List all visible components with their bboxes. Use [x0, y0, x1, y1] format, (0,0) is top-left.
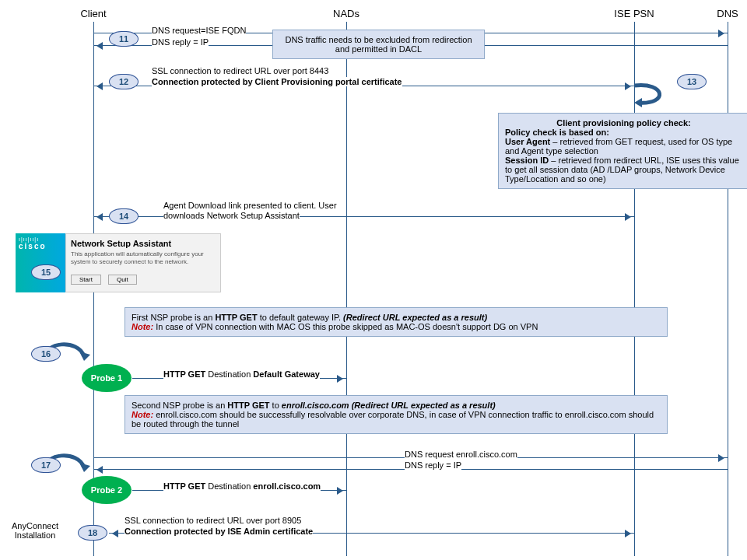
msg-dns-enroll-req: DNS request enroll.cisco.com: [405, 450, 517, 459]
probe-2: Probe 2: [82, 476, 132, 504]
nsa-desc: This application will automatically conf…: [71, 250, 216, 265]
msg-ssl-8905: SSL connection to redirect URL over port…: [124, 516, 301, 525]
msg-dns-request: DNS request=ISE FQDN: [152, 26, 246, 35]
msg-ssl-admin-cert: Connection protected by ISE Admin certif…: [124, 527, 313, 536]
note-probe2-l2: Note: enroll.cisco.com should be success…: [132, 410, 661, 429]
msg-dns-reply: DNS reply = IP: [152, 37, 209, 47]
svg-marker-0: [634, 98, 642, 107]
actor-client: Client: [70, 8, 117, 19]
lifeline-dns: [728, 22, 728, 556]
step-17-badge: 17: [31, 457, 61, 473]
note-policy-l2: User Agent – retrieved from GET request,…: [505, 137, 742, 156]
note-probe1-l1: First NSP probe is an HTTP GET to defaul…: [132, 313, 661, 322]
svg-marker-1: [79, 352, 90, 361]
step-16-badge: 16: [31, 346, 61, 362]
side-anyconnect: AnyConnect Installation: [8, 521, 62, 540]
probe-1: Probe 1: [82, 364, 132, 392]
msg-probe2: HTTP GET Destination enroll.cisco.com: [163, 481, 321, 491]
nsa-title: Network Setup Assistant: [71, 239, 216, 248]
cisco-text: cisco: [19, 242, 62, 250]
step-18-badge: 18: [78, 525, 107, 541]
svg-marker-2: [79, 463, 90, 472]
note-policy-l1: Policy check is based on:: [505, 128, 742, 137]
note-probe1-l2: Note: In case of VPN connection with MAC…: [132, 322, 661, 331]
step-13-badge: 13: [677, 74, 707, 89]
cisco-logo-box: ı|ıı|ıı|ı cisco: [16, 233, 65, 292]
lifeline-nads: [346, 22, 347, 556]
msg-probe1: HTTP GET Destination Default Gateway: [163, 369, 320, 379]
msg-agent-dl-1: Agent Download link presented to client.…: [163, 201, 337, 210]
msg-ssl-8443: SSL connection to redirect URL over port…: [152, 66, 328, 75]
msg-agent-dl-2: downloads Network Setup Assistant: [163, 211, 300, 220]
actor-ise: ISE PSN: [607, 8, 661, 19]
note-dns-exclusion: DNS traffic needs to be excluded from re…: [272, 30, 485, 59]
step-12-badge: 12: [109, 74, 139, 89]
note-policy-l3: Session ID – retrieved from redirect URL…: [505, 156, 742, 184]
note-probe2: Second NSP probe is an HTTP GET to enrol…: [124, 395, 668, 434]
self-arrow-13: [634, 86, 673, 110]
actor-nads: NADs: [323, 8, 370, 19]
msg-dns-enroll-reply: DNS reply = IP: [405, 460, 461, 470]
msg-ssl-cert: Connection protected by Client Provision…: [152, 77, 402, 86]
step-14-badge: 14: [109, 208, 139, 224]
step-15-badge: 15: [31, 264, 61, 280]
note-policy-check: Client provisioning policy check: Policy…: [498, 113, 747, 189]
note-probe1: First NSP probe is an HTTP GET to defaul…: [124, 307, 668, 337]
note-policy-title: Client provisioning policy check:: [505, 118, 742, 128]
nsa-dialog: Network Setup Assistant This application…: [65, 233, 221, 292]
note-probe2-l1: Second NSP probe is an HTTP GET to enrol…: [132, 401, 661, 410]
nsa-start-button[interactable]: Start: [71, 275, 101, 285]
nsa-quit-button[interactable]: Quit: [108, 275, 137, 285]
actor-dns: DNS: [708, 8, 747, 19]
step-11-badge: 11: [109, 31, 139, 47]
